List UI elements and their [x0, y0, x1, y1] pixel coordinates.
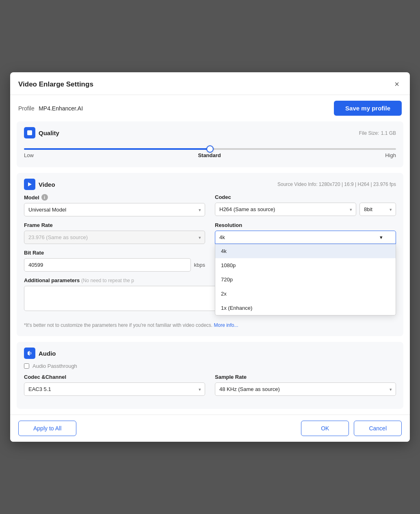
ok-button[interactable]: OK [301, 421, 349, 436]
audio-codec-select[interactable]: EAC3 5.1 [24, 382, 205, 396]
resolution-select-button[interactable]: 4k ▾ [215, 231, 396, 244]
video-title-group: Video [24, 179, 55, 190]
apply-all-button[interactable]: Apply to All [18, 421, 76, 436]
source-info: Source Video Info: 1280x720 | 16:9 | H26… [277, 181, 396, 187]
audio-codec-select-wrap: EAC3 5.1 ▾ [24, 382, 205, 396]
resolution-option-1x-enhance[interactable]: 1x (Enhance) [215, 301, 396, 315]
quality-slider-labels: Low Standard High [24, 152, 396, 158]
model-select-wrap: Universal Model ▾ [24, 203, 205, 216]
framerate-group: Frame Rate 23.976 (Same as source) ▾ [24, 222, 205, 244]
close-button[interactable]: × [392, 79, 402, 90]
resolution-group: Resolution 4k ▾ 4k 1080p 720p 2x 1x (Enh… [215, 222, 396, 244]
quality-low-label: Low [24, 152, 34, 158]
model-label: Model i [24, 194, 205, 201]
framerate-select-wrap: 23.976 (Same as source) ▾ [24, 231, 205, 244]
quality-title-group: Quality [24, 127, 59, 138]
quality-slider-fill [24, 148, 210, 150]
resolution-current-value: 4k [219, 234, 225, 240]
sample-rate-label: Sample Rate [215, 374, 396, 380]
bitrate-label: Bit Rate [24, 250, 205, 256]
model-info-icon[interactable]: i [41, 194, 48, 201]
resolution-option-1080p[interactable]: 1080p [215, 258, 396, 272]
sample-rate-select-wrap: 48 KHz (Same as source) ▾ [215, 382, 396, 396]
sample-rate-select[interactable]: 48 KHz (Same as source) [215, 382, 396, 396]
codec-select-wrap: H264 (Same as source) ▾ [215, 203, 356, 216]
resolution-dropdown: 4k 1080p 720p 2x 1x (Enhance) [215, 244, 396, 315]
quality-high-label: High [385, 152, 396, 158]
bitrate-row: kbps [24, 258, 205, 272]
passthrough-row: Audio Passthrough [24, 363, 396, 369]
bitrate-unit: kbps [194, 262, 205, 268]
more-info-link[interactable]: More info... [214, 322, 238, 328]
video-title: Video [39, 181, 55, 188]
bitrate-input[interactable] [24, 258, 191, 272]
audio-codec-label: Codec &Channel [24, 374, 205, 380]
dialog-title: Video Enlarge Settings [18, 80, 93, 89]
resolution-option-4k[interactable]: 4k [215, 244, 396, 258]
quality-header: Quality File Size: 1.1 GB [24, 127, 396, 138]
file-size-info: File Size: 1.1 GB [359, 129, 396, 136]
svg-rect-0 [27, 130, 32, 135]
profile-label: Profile [18, 105, 35, 112]
audio-codec-group: Codec &Channel EAC3 5.1 ▾ [24, 374, 205, 396]
audio-section: Audio Audio Passthrough Codec &Channel E… [17, 342, 403, 409]
bitrate-group: Bit Rate kbps [24, 250, 205, 272]
resolution-option-720p[interactable]: 720p [215, 272, 396, 287]
title-bar: Video Enlarge Settings × [10, 72, 410, 95]
footer-right: OK Cancel [301, 421, 402, 436]
dialog: Video Enlarge Settings × Profile MP4.Enh… [10, 72, 410, 442]
bitdepth-select[interactable]: 8bit [359, 203, 396, 216]
resolution-arrow-icon: ▾ [380, 234, 383, 240]
quality-slider-track[interactable] [24, 148, 396, 150]
footer: Apply to All OK Cancel [10, 415, 410, 442]
video-icon [24, 179, 35, 190]
quality-standard-label: Standard [198, 152, 221, 158]
svg-marker-2 [28, 351, 30, 356]
profile-value: MP4.Enhancer.AI [39, 105, 83, 112]
video-section: Video Source Video Info: 1280x720 | 16:9… [17, 173, 403, 336]
quality-title: Quality [39, 130, 59, 136]
passthrough-checkbox[interactable] [24, 363, 29, 369]
framerate-label: Frame Rate [24, 222, 205, 228]
resolution-label: Resolution [215, 222, 396, 228]
video-form-grid: Model i Universal Model ▾ Codec [24, 194, 396, 318]
codec-label: Codec [215, 194, 396, 200]
file-size-value: 1.1 GB [381, 130, 396, 136]
svg-marker-1 [28, 182, 32, 186]
model-group: Model i Universal Model ▾ [24, 194, 205, 216]
sample-rate-group: Sample Rate 48 KHz (Same as source) ▾ [215, 374, 396, 396]
bitdepth-select-wrap: 8bit ▾ [359, 203, 396, 216]
audio-header: Audio [24, 348, 396, 359]
framerate-select[interactable]: 23.976 (Same as source) [24, 231, 205, 244]
save-profile-button[interactable]: Save my profile [334, 101, 402, 116]
audio-grid: Codec &Channel EAC3 5.1 ▾ Sample Rate 48… [24, 374, 396, 402]
quality-slider-wrap: Low Standard High [24, 143, 396, 160]
video-header: Video Source Video Info: 1280x720 | 16:9… [24, 179, 396, 190]
profile-info: Profile MP4.Enhancer.AI [18, 105, 83, 112]
file-size-label: File Size: [359, 130, 379, 136]
resolution-dropdown-container: 4k ▾ 4k 1080p 720p 2x 1x (Enhance) [215, 231, 396, 244]
quality-section: Quality File Size: 1.1 GB Low Standard H… [17, 121, 403, 167]
codec-group: Codec H264 (Same as source) ▾ 8bit ▾ [215, 194, 396, 216]
audio-title-group: Audio [24, 348, 56, 359]
quality-slider-thumb[interactable] [206, 145, 214, 153]
model-select[interactable]: Universal Model [24, 203, 205, 216]
info-note: *It's better not to customize the parame… [24, 322, 396, 329]
codec-row: H264 (Same as source) ▾ 8bit ▾ [215, 203, 396, 216]
scrollable-body: Quality File Size: 1.1 GB Low Standard H… [10, 121, 410, 415]
additional-note: (No need to repeat the p [81, 278, 134, 283]
quality-icon [24, 127, 35, 138]
codec-select[interactable]: H264 (Same as source) [215, 203, 356, 216]
cancel-button[interactable]: Cancel [354, 421, 402, 436]
passthrough-label: Audio Passthrough [32, 363, 77, 369]
audio-title: Audio [39, 350, 56, 357]
profile-row: Profile MP4.Enhancer.AI Save my profile [10, 95, 410, 121]
audio-icon [24, 348, 35, 359]
resolution-option-2x[interactable]: 2x [215, 287, 396, 301]
